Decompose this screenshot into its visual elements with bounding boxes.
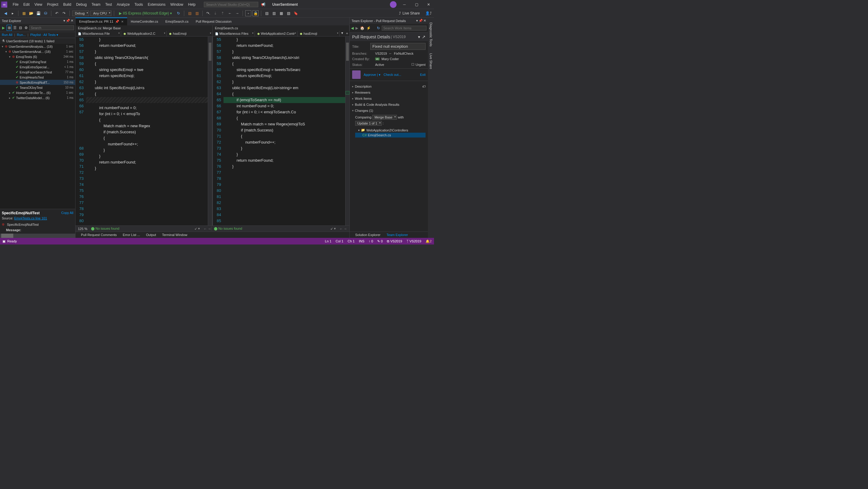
team-back-icon[interactable]: ◀ bbox=[351, 25, 354, 31]
filter-icon[interactable]: ☰ bbox=[13, 25, 17, 31]
work-items-search[interactable] bbox=[382, 26, 427, 31]
menu-extensions[interactable]: Extensions bbox=[145, 1, 168, 8]
live-share-tab[interactable]: Live Share bbox=[429, 51, 433, 71]
bottom-tab[interactable]: Output bbox=[143, 232, 159, 238]
panel-pin-icon[interactable]: 📌 bbox=[66, 19, 70, 23]
test-row[interactable]: ✔TearsOfJoyTest10 ms bbox=[0, 85, 75, 90]
team-refresh-icon[interactable]: ↻ bbox=[377, 25, 380, 31]
menu-edit[interactable]: Edit bbox=[21, 1, 32, 8]
diff-left-pane[interactable]: 55565758596061626364656667 6869707172737… bbox=[75, 36, 212, 226]
changes-section[interactable]: Changes (1) bbox=[352, 108, 426, 114]
changed-file-row[interactable]: C# EmojiSearch.cs bbox=[355, 133, 426, 138]
exit-button[interactable]: Exit bbox=[420, 73, 426, 77]
window-icon-3[interactable]: ▦ bbox=[278, 10, 284, 16]
menu-test[interactable]: Test bbox=[103, 1, 115, 8]
nav-right-member[interactable]: hasEmoji bbox=[298, 31, 340, 36]
test-row[interactable]: ⊗SpecificEmojiNullT...153 ms bbox=[0, 80, 75, 85]
add-icon[interactable]: ＋ bbox=[345, 31, 349, 36]
editor-tab[interactable]: HomeController.cs bbox=[127, 18, 162, 25]
editor-tab[interactable]: Pull Request Discussion bbox=[192, 18, 235, 25]
right-scrollbar[interactable] bbox=[345, 36, 349, 226]
status-notifications[interactable]: 🔔2 bbox=[426, 239, 432, 243]
platform-dropdown[interactable]: Any CPU bbox=[90, 10, 111, 16]
bookmark-icon[interactable]: 🔖 bbox=[293, 10, 299, 16]
window-icon-2[interactable]: ▥ bbox=[271, 10, 277, 16]
close-button[interactable]: ✕ bbox=[424, 2, 433, 7]
pr-popout-icon[interactable]: ↗ bbox=[422, 34, 426, 39]
nav-right-class[interactable]: WebApplication2.Contr bbox=[255, 31, 298, 36]
menu-tools[interactable]: Tools bbox=[132, 1, 145, 8]
folder-row[interactable]: ▾ 📁 WebApplication2\Controllers bbox=[355, 127, 426, 133]
bottom-tab[interactable]: Terminal Window bbox=[159, 232, 190, 238]
playlist-link[interactable]: Playlist : All Tests bbox=[30, 33, 56, 36]
save-all-icon[interactable]: ⛁ bbox=[42, 10, 49, 16]
test-row[interactable]: ▸✔HomeControllerTe... (6)1 sec bbox=[0, 90, 75, 95]
ext-icon-2[interactable]: ▥ bbox=[194, 10, 200, 16]
window-icon-4[interactable]: ▧ bbox=[285, 10, 291, 16]
ext-icon-1[interactable]: ▤ bbox=[187, 10, 193, 16]
start-debug-button[interactable]: ▶ IIS Express (Microsoft Edge) ▾ bbox=[117, 10, 175, 16]
copy-all-link[interactable]: Copy All bbox=[61, 211, 73, 215]
layout-icon[interactable]: ▫ bbox=[245, 10, 251, 16]
panel-pin-icon[interactable]: 📌 bbox=[418, 19, 423, 23]
user-avatar[interactable] bbox=[390, 1, 397, 8]
window-icon-1[interactable]: ▤ bbox=[264, 10, 270, 16]
editor-tab[interactable]: EmojiSearch.cs: PR 11 📌 ✕ bbox=[75, 18, 127, 25]
bottom-tab[interactable]: Pull Request Comments bbox=[78, 232, 120, 238]
test-row[interactable]: ✔EmojiHeartsTest1 ms bbox=[0, 75, 75, 80]
save-icon[interactable]: 💾 bbox=[35, 10, 41, 16]
new-project-icon[interactable]: ▦ bbox=[21, 10, 27, 16]
global-search-input[interactable] bbox=[204, 2, 258, 7]
zoom-level[interactable]: 125 % bbox=[78, 227, 87, 231]
minimize-button[interactable]: ─ bbox=[400, 2, 409, 7]
nav-right-file[interactable]: Miscellaneous Files bbox=[213, 31, 255, 36]
step-over-icon[interactable]: ↷. bbox=[205, 10, 211, 16]
status-branch[interactable]: ᛉ VS2019 bbox=[406, 239, 421, 243]
status-repo[interactable]: ⧉ VS2019 bbox=[387, 239, 402, 243]
test-search-input[interactable] bbox=[29, 25, 74, 30]
browser-refresh-icon[interactable]: ↻ bbox=[176, 10, 182, 16]
panel-close-icon[interactable]: ✕ bbox=[71, 19, 73, 23]
test-source-link[interactable]: EmojiTests.cs line 101 bbox=[14, 217, 47, 220]
menu-view[interactable]: View bbox=[32, 1, 45, 8]
update-dropdown[interactable]: Update 1 of 1 bbox=[355, 121, 382, 126]
team-fwd-icon[interactable]: ▶ bbox=[355, 25, 358, 31]
settings-icon[interactable]: ⚙ bbox=[24, 25, 28, 31]
panel-dropdown-icon[interactable]: ▾ bbox=[63, 19, 65, 23]
compare-base-dropdown[interactable]: Merge Base bbox=[372, 115, 397, 120]
bottom-tab[interactable]: Error List ... bbox=[120, 232, 143, 238]
feedback-icon[interactable]: 📢 bbox=[260, 1, 266, 7]
diff-container[interactable]: 55565758596061626364656667 6869707172737… bbox=[75, 36, 349, 226]
nav-left-class[interactable]: WebApplication2.C bbox=[121, 31, 167, 36]
spaces-icon[interactable]: ← → bbox=[204, 227, 211, 231]
checkout-button[interactable]: Check out... bbox=[383, 73, 401, 77]
panel-close-icon[interactable]: ✕ bbox=[424, 19, 426, 23]
split-icon[interactable]: ▾ bbox=[340, 31, 345, 36]
test-row[interactable]: ✔EmojiExtraSpecial...< 1 ms bbox=[0, 64, 75, 69]
crlf-icon-2[interactable]: ↙ ▾ bbox=[331, 227, 336, 231]
undo-icon[interactable]: ↶ bbox=[54, 10, 60, 16]
next-icon[interactable]: → bbox=[234, 10, 240, 16]
editor-tab[interactable]: EmojiSearch.cs bbox=[162, 18, 192, 25]
nav-left-file[interactable]: Miscellaneous File bbox=[75, 31, 121, 36]
left-scrollbar[interactable] bbox=[208, 36, 212, 226]
test-row[interactable]: ▸✔TwitterDataModel... (6)1 ms bbox=[0, 95, 75, 100]
test-row[interactable]: ▾⊗UserSentimentAnal... (18)1 sec bbox=[0, 49, 75, 54]
group-icon[interactable]: ⊞ bbox=[7, 25, 12, 31]
pr-section[interactable]: Work Items bbox=[352, 95, 426, 102]
test-scrollbar[interactable] bbox=[0, 234, 75, 238]
config-dropdown[interactable]: Debug bbox=[72, 10, 89, 16]
open-icon[interactable]: 📂 bbox=[28, 10, 34, 16]
test-row[interactable]: ✔EmojiClothingTest1 ms bbox=[0, 59, 75, 64]
pr-section[interactable]: Reviewers bbox=[352, 89, 426, 95]
test-tree[interactable]: ▾⊗UserSentimentAnalysis... (18)1 sec▾⊗Us… bbox=[0, 44, 75, 209]
run-link[interactable]: Run... bbox=[17, 33, 26, 36]
redo-icon[interactable]: ↷ bbox=[61, 10, 67, 16]
menu-debug[interactable]: Debug bbox=[74, 1, 89, 8]
hierarchy-icon[interactable]: ⊟ bbox=[18, 25, 23, 31]
status-push[interactable]: ↑ 0 bbox=[369, 239, 373, 243]
step-out-icon[interactable]: ⇡ bbox=[220, 10, 226, 16]
menu-team[interactable]: Team bbox=[89, 1, 103, 8]
spaces-icon-2[interactable]: ← → bbox=[339, 227, 347, 231]
lock-icon[interactable]: 🔒 bbox=[252, 10, 258, 16]
